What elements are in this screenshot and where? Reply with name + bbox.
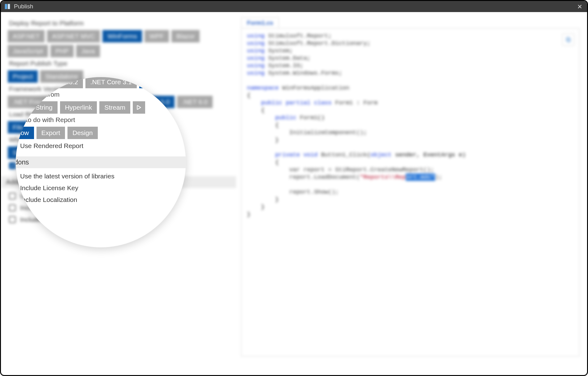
deploy-aspnetmvc[interactable]: ASP.NET MVC — [47, 30, 100, 42]
deploy-php[interactable]: PHP — [50, 45, 74, 57]
addon-license-key-checkbox[interactable] — [9, 204, 16, 211]
svg-rect-1 — [8, 4, 10, 9]
addon-license-key-sharp[interactable]: Include License Key — [16, 184, 186, 192]
use-rendered-label-sharp: Use Rendered Report — [20, 142, 83, 150]
deploy-blazor[interactable]: Blazor — [171, 30, 200, 42]
copy-icon — [565, 37, 571, 43]
load-hyperlink-sharp[interactable]: Hyperlink — [60, 101, 97, 114]
action-design-sharp[interactable]: Design — [67, 127, 97, 139]
addon-localization-sharp[interactable]: Include Localization — [16, 196, 186, 203]
tab-form1[interactable]: Form1.cs — [241, 17, 279, 28]
pubtype-project[interactable]: Project — [8, 70, 38, 83]
right-panel: Form1.cs using Stimulsoft.Report; using … — [236, 12, 587, 375]
action-export-sharp[interactable]: Export — [37, 127, 65, 139]
copy-code-button[interactable] — [562, 33, 574, 46]
label-action-sharp: What to do with Report — [16, 116, 186, 124]
deploy-row: ASP.NET ASP.NET MVC WinForms WPF Blazor … — [8, 30, 236, 57]
use-rendered-row-sharp[interactable]: ✓ Use Rendered Report — [16, 142, 186, 150]
close-icon[interactable]: × — [577, 2, 582, 11]
svg-rect-3 — [568, 38, 570, 42]
deploy-js[interactable]: JavaScript — [8, 45, 48, 57]
addon-latest-libs-checkbox[interactable] — [9, 193, 16, 199]
load-stream-sharp[interactable]: Stream — [99, 101, 130, 114]
addon-latest-libs-sharp[interactable]: Use the latest version of libraries — [16, 173, 186, 180]
use-rendered-checkbox[interactable]: ✓ — [9, 162, 16, 169]
left-panel: Deploy Report to Platform ASP.NET ASP.NE… — [1, 12, 236, 375]
addons-header-sharp: Addons — [16, 156, 186, 168]
addon-localization-checkbox[interactable] — [9, 216, 16, 223]
code-tabs: Form1.cs — [241, 17, 580, 28]
deploy-wpf[interactable]: WPF — [145, 30, 169, 42]
svg-rect-0 — [5, 4, 7, 9]
load-play-icon-sharp[interactable] — [133, 101, 145, 114]
publish-dialog: Publish × Deploy Report to Platform ASP.… — [0, 0, 588, 376]
code-preview: using Stimulsoft.Report; using Stimulsof… — [241, 28, 580, 356]
deploy-aspnet[interactable]: ASP.NET — [8, 30, 45, 42]
svg-rect-2 — [566, 37, 569, 41]
titlebar: Publish × — [1, 1, 587, 12]
addons-list-sharp: Use the latest version of libraries Incl… — [16, 173, 186, 203]
app-logo-icon — [4, 3, 11, 10]
loadfrom-row-sharp: File String Hyperlink Stream — [16, 101, 186, 114]
deploy-winforms[interactable]: WinForms — [102, 30, 142, 42]
focus-lens: Deploy Report to Platform ASP.NET ASP.NE… — [16, 77, 186, 247]
dialog-body: Deploy Report to Platform ASP.NET ASP.NE… — [1, 12, 587, 375]
action-row-sharp: Show Export Design — [16, 127, 186, 139]
fw-net60[interactable]: .NET 6.0 — [177, 96, 212, 108]
label-publishtype: Report Publish Type — [9, 60, 236, 67]
code-selected-text: ort.mdc" — [406, 173, 435, 181]
label-deploy: Deploy Report to Platform — [9, 20, 236, 27]
deploy-java[interactable]: Java — [76, 45, 100, 57]
window-title: Publish — [14, 3, 33, 10]
